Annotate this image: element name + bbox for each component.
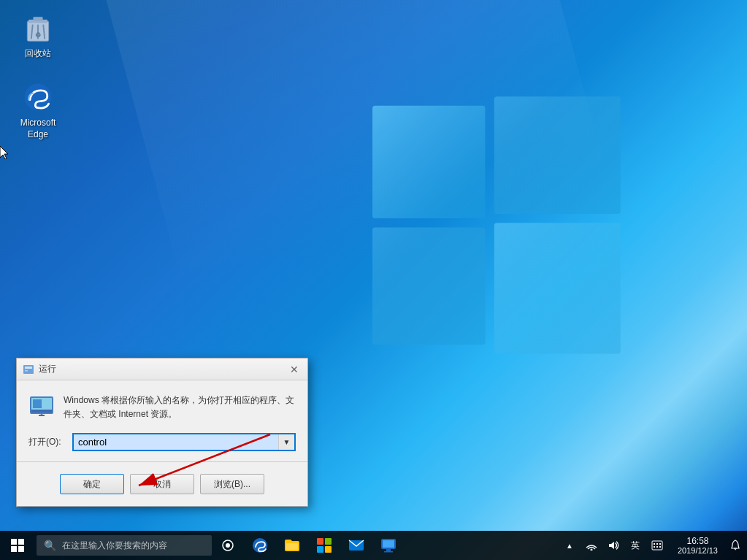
tray-expand-button[interactable]: ▲: [559, 531, 580, 560]
svg-rect-42: [652, 541, 662, 550]
desktop: ♻ 回收站 Microsoft Edge 运行 ✕: [0, 0, 747, 560]
browse-button[interactable]: 浏览(B)...: [200, 474, 264, 494]
taskbar-search[interactable]: 🔍 在这里输入你要搜索的内容: [37, 535, 212, 556]
recycle-bin-label: 回收站: [25, 48, 51, 60]
tray-expand-icon: ▲: [566, 542, 573, 550]
svg-point-41: [590, 549, 592, 551]
svg-text:♻: ♻: [35, 31, 41, 39]
svg-rect-39: [386, 549, 391, 551]
ok-button[interactable]: 确定: [60, 474, 124, 494]
taskbar-explorer-button[interactable]: [276, 531, 308, 560]
edge-icon[interactable]: Microsoft Edge: [9, 77, 67, 143]
svg-rect-33: [325, 538, 332, 545]
svg-rect-38: [383, 540, 394, 548]
task-view-button[interactable]: [212, 531, 244, 560]
svg-point-29: [226, 543, 230, 548]
language-label: 英: [631, 540, 640, 552]
svg-rect-18: [33, 399, 42, 408]
svg-rect-3: [494, 223, 621, 353]
notification-button[interactable]: [724, 531, 747, 560]
svg-rect-32: [317, 538, 323, 545]
network-tray-icon[interactable]: [581, 531, 602, 560]
language-tray-icon[interactable]: 英: [625, 531, 646, 560]
svg-rect-25: [18, 539, 24, 545]
clock-time: 16:58: [686, 536, 708, 546]
run-dropdown-button[interactable]: ▼: [278, 434, 294, 450]
dialog-info-text: Windows 将根据你所输入的名称，为你打开相应的程序、文件夹、文档或 Int…: [64, 392, 296, 421]
taskbar-store-button[interactable]: [308, 531, 340, 560]
dialog-info: Windows 将根据你所输入的名称，为你打开相应的程序、文件夹、文档或 Int…: [28, 392, 296, 421]
svg-marker-23: [0, 146, 8, 159]
dialog-body: Windows 将根据你所输入的名称，为你打开相应的程序、文件夹、文档或 Int…: [17, 380, 307, 506]
search-icon: 🔍: [44, 540, 56, 551]
svg-line-50: [735, 549, 736, 550]
windows-logo-bg: [360, 88, 637, 394]
svg-rect-47: [656, 546, 658, 548]
dialog-buttons: 确定 取消 浏览(B)...: [28, 471, 296, 497]
edge-label: Microsoft Edge: [20, 118, 56, 140]
dialog-info-icon: [28, 392, 55, 418]
cursor: [0, 146, 9, 159]
svg-rect-43: [654, 543, 655, 545]
dialog-title-text: 运行: [39, 363, 56, 375]
recycle-bin-image: ♻: [20, 10, 55, 45]
svg-rect-6: [34, 17, 43, 20]
input-tray-icon[interactable]: [647, 531, 667, 560]
svg-rect-48: [659, 546, 661, 548]
system-tray: ▲ 英: [555, 531, 672, 560]
svg-rect-20: [39, 415, 45, 416]
svg-rect-14: [25, 370, 28, 372]
svg-rect-34: [317, 546, 323, 553]
svg-rect-44: [656, 543, 658, 545]
dialog-title-left: 运行: [23, 363, 56, 375]
svg-rect-12: [23, 365, 34, 374]
start-button[interactable]: [0, 531, 35, 560]
taskbar: 🔍 在这里输入你要搜索的内容: [0, 531, 747, 560]
clock-date: 2019/12/13: [678, 546, 718, 555]
dialog-close-button[interactable]: ✕: [287, 362, 302, 377]
dialog-input-wrapper[interactable]: ▼: [72, 433, 296, 451]
taskbar-remote-button[interactable]: [372, 531, 405, 560]
svg-rect-31: [286, 543, 298, 550]
svg-rect-26: [11, 546, 17, 552]
dialog-input-row: 打开(O): ▼: [28, 433, 296, 451]
taskbar-mail-button[interactable]: [340, 531, 372, 560]
svg-rect-35: [325, 546, 332, 553]
svg-rect-2: [372, 227, 485, 345]
dialog-titlebar: 运行 ✕: [17, 358, 307, 380]
cancel-button[interactable]: 取消: [130, 474, 194, 494]
svg-rect-1: [494, 96, 621, 214]
run-input[interactable]: [74, 434, 278, 450]
svg-rect-13: [25, 367, 32, 369]
taskbar-edge-button[interactable]: [244, 531, 276, 560]
edge-image: [20, 80, 55, 115]
taskbar-pinned: [244, 531, 405, 560]
dialog-separator: [17, 461, 307, 462]
svg-rect-45: [659, 543, 661, 545]
svg-rect-46: [654, 546, 655, 548]
svg-rect-17: [31, 410, 52, 413]
search-placeholder: 在这里输入你要搜索的内容: [62, 540, 167, 552]
svg-rect-40: [384, 551, 393, 553]
run-icon: [23, 364, 34, 375]
svg-rect-24: [11, 539, 17, 545]
svg-rect-27: [18, 546, 24, 552]
volume-tray-icon[interactable]: [603, 531, 624, 560]
dialog-input-label: 打开(O):: [28, 436, 66, 448]
taskbar-clock[interactable]: 16:58 2019/12/13: [672, 531, 724, 560]
recycle-bin-icon[interactable]: ♻ 回收站: [9, 7, 67, 63]
svg-rect-0: [372, 106, 485, 218]
run-dialog: 运行 ✕ Windows 将根据你所输入的名称，为你打开相应的程序、文件夹、文档…: [16, 358, 308, 507]
